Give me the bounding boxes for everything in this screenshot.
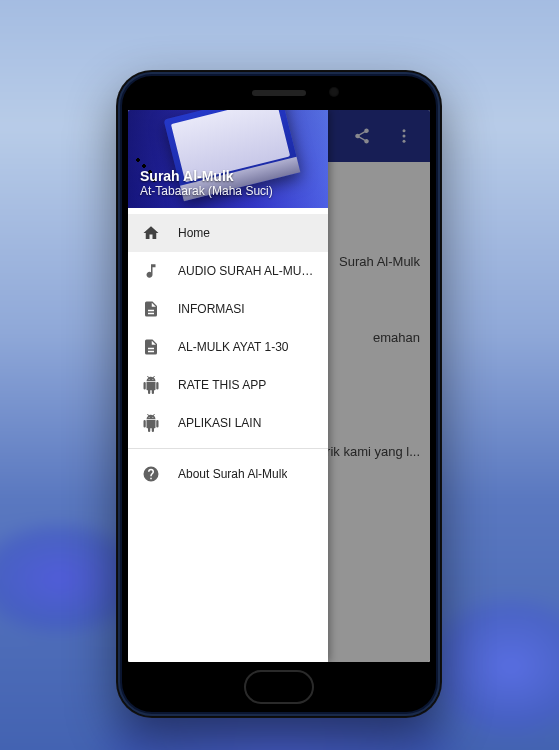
help-icon	[142, 465, 160, 483]
nav-separator	[128, 448, 328, 449]
nav-item-label: RATE THIS APP	[178, 378, 266, 392]
nav-item-about[interactable]: About Surah Al-Mulk	[128, 455, 328, 493]
nav-item-label: APLIKASI LAIN	[178, 416, 261, 430]
drawer-header: Surah Al-Mulk At-Tabaarak (Maha Suci)	[128, 110, 328, 208]
drawer-subtitle: At-Tabaarak (Maha Suci)	[140, 184, 273, 198]
nav-item-audio[interactable]: AUDIO SURAH AL-MULK	[128, 252, 328, 290]
nav-item-home[interactable]: Home	[128, 214, 328, 252]
nav-item-label: INFORMASI	[178, 302, 245, 316]
nav-item-label: About Surah Al-Mulk	[178, 467, 287, 481]
nav-item-label: Home	[178, 226, 210, 240]
phone-mockup: Surah Al-Mulk emahan arik kami yang l...…	[116, 70, 442, 718]
navigation-drawer: Surah Al-Mulk At-Tabaarak (Maha Suci) Ho…	[128, 110, 328, 662]
phone-speaker	[252, 90, 306, 96]
music-note-icon	[142, 262, 160, 280]
phone-camera	[329, 87, 339, 97]
android-icon	[142, 414, 160, 432]
phone-home-button[interactable]	[244, 670, 314, 704]
home-icon	[142, 224, 160, 242]
nav-item-label: AL-MULK AYAT 1-30	[178, 340, 289, 354]
document-icon	[142, 300, 160, 318]
screen: Surah Al-Mulk emahan arik kami yang l...…	[128, 110, 430, 662]
drawer-scrim[interactable]	[328, 110, 430, 662]
document-icon	[142, 338, 160, 356]
nav-item-other-apps[interactable]: APLIKASI LAIN	[128, 404, 328, 442]
android-icon	[142, 376, 160, 394]
nav-list: Home AUDIO SURAH AL-MULK INFORMASI	[128, 208, 328, 499]
nav-item-rate[interactable]: RATE THIS APP	[128, 366, 328, 404]
drawer-title: Surah Al-Mulk	[140, 168, 273, 184]
nav-item-label: AUDIO SURAH AL-MULK	[178, 264, 314, 278]
nav-item-informasi[interactable]: INFORMASI	[128, 290, 328, 328]
nav-item-ayat[interactable]: AL-MULK AYAT 1-30	[128, 328, 328, 366]
